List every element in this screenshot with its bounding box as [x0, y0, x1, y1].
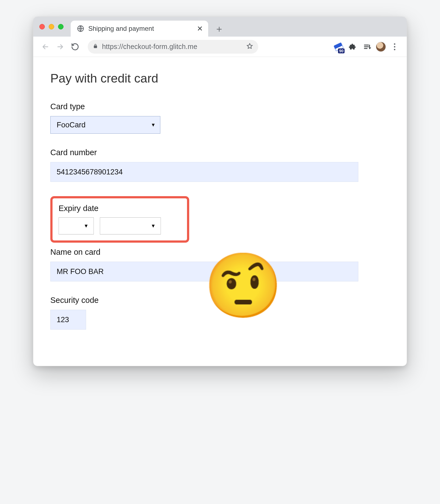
chevron-down-icon: ▼	[84, 223, 89, 229]
extensions-button[interactable]	[346, 41, 358, 53]
kebab-menu-button[interactable]	[389, 41, 401, 53]
new-tab-button[interactable]: ＋	[211, 21, 227, 37]
expiry-label: Expiry date	[59, 204, 181, 213]
card-type-label: Card type	[50, 102, 390, 111]
expiry-year-select[interactable]: ▼	[100, 217, 161, 234]
raised-eyebrow-emoji: 🤨	[204, 254, 283, 317]
page-title: Pay with credit card	[50, 71, 390, 86]
name-on-card-value: MR FOO BAR	[57, 267, 104, 276]
extension-badge[interactable]: 90	[334, 42, 343, 52]
window-controls	[39, 24, 64, 29]
expiry-month-select[interactable]: ▼	[59, 217, 94, 234]
reading-list-button[interactable]	[361, 41, 373, 53]
url-text: https://checkout-form.glitch.me	[102, 43, 242, 51]
reload-button[interactable]	[69, 41, 81, 53]
card-number-field: Card number 5412345678901234	[50, 148, 390, 182]
chevron-down-icon: ▼	[151, 122, 156, 128]
browser-toolbar: https://checkout-form.glitch.me 90	[33, 37, 407, 57]
security-code-input[interactable]: 123	[50, 310, 86, 330]
profile-avatar[interactable]	[376, 42, 386, 52]
maximize-window-button[interactable]	[58, 24, 64, 29]
card-type-select[interactable]: FooCard ▼	[50, 116, 160, 134]
lock-icon	[93, 43, 98, 50]
card-number-input[interactable]: 5412345678901234	[50, 162, 358, 182]
card-type-value: FooCard	[57, 121, 86, 129]
close-tab-icon[interactable]: ✕	[197, 25, 203, 32]
tab-title: Shipping and payment	[88, 25, 197, 32]
extension-count: 90	[338, 48, 345, 53]
back-button[interactable]	[39, 41, 51, 53]
close-window-button[interactable]	[39, 24, 45, 29]
svg-point-3	[394, 49, 395, 50]
bookmark-star-icon[interactable]	[246, 43, 253, 51]
expiry-highlight: Expiry date ▼ ▼	[50, 196, 189, 243]
card-number-value: 5412345678901234	[57, 168, 123, 176]
page-content: Pay with credit card Card type FooCard ▼…	[33, 57, 407, 366]
svg-point-2	[394, 46, 395, 47]
card-number-label: Card number	[50, 148, 390, 157]
minimize-window-button[interactable]	[49, 24, 54, 29]
tab-strip: Shipping and payment ✕ ＋	[33, 17, 407, 37]
svg-point-1	[394, 43, 395, 45]
browser-tab[interactable]: Shipping and payment ✕	[71, 21, 208, 37]
globe-icon	[77, 25, 84, 32]
address-bar[interactable]: https://checkout-form.glitch.me	[88, 40, 258, 54]
forward-button[interactable]	[54, 41, 66, 53]
browser-window: Shipping and payment ✕ ＋ https://checkou…	[33, 17, 407, 366]
security-code-value: 123	[57, 316, 69, 324]
card-type-field: Card type FooCard ▼	[50, 102, 390, 134]
chevron-down-icon: ▼	[151, 223, 156, 229]
